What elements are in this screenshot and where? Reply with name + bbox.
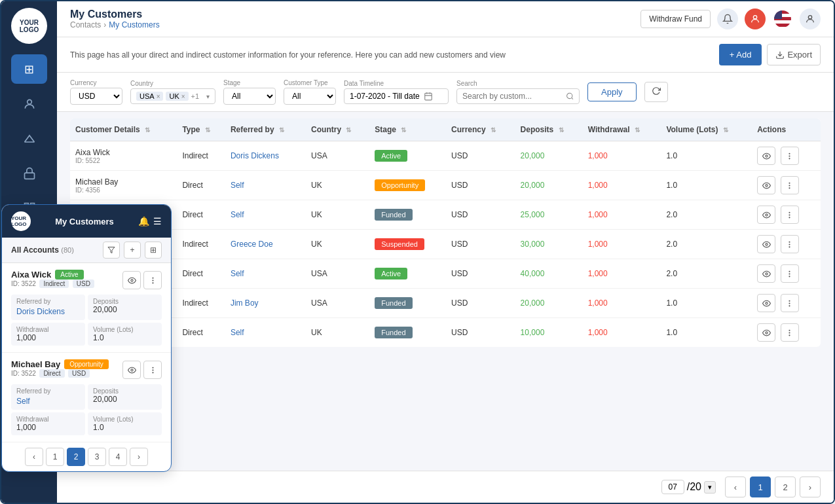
svg-point-33 [789,212,790,213]
currency-select[interactable]: USD [70,88,122,105]
view-action-5[interactable] [757,294,775,312]
mobile-menu-icon[interactable]: ☰ [153,216,162,226]
mobile-card-1-view-button[interactable] [122,271,141,289]
mobile-card-1-volume: Volume (Lots) 1.0 [88,323,162,346]
cell-volume-1: 1.0 [661,171,752,200]
mobile-grid-icon[interactable]: ⊞ [145,242,162,259]
view-action-4[interactable] [757,264,775,283]
referred-link-6[interactable]: Self [231,328,244,337]
view-action-2[interactable] [757,206,775,224]
svg-point-58 [152,367,153,368]
cell-stage-6: Funded [369,318,446,348]
view-action-6[interactable] [757,323,775,342]
next-page-button[interactable]: › [800,477,821,497]
cell-currency-3: USD [446,230,515,259]
withdraw-fund-button[interactable]: Withdraw Fund [640,10,711,28]
mobile-card-1-header: Aixa Wick Active ID: 3522 Indirect USD [11,270,162,291]
page-2-button[interactable]: 2 [775,477,796,497]
country-tag-usa[interactable]: USA × [136,92,163,101]
sidebar-item-security[interactable] [11,158,47,188]
referred-link-3[interactable]: Greece Doe [231,240,273,249]
tag-usa-remove[interactable]: × [157,93,160,100]
mobile-card-2-menu-button[interactable] [143,361,162,379]
view-action-3[interactable] [757,235,775,253]
referred-link-5[interactable]: Jim Boy [231,298,259,308]
mobile-page-2[interactable]: 2 [67,448,85,466]
svg-point-53 [130,279,132,281]
svg-point-47 [789,305,790,306]
cell-volume-0: 1.0 [661,141,752,171]
per-page-input[interactable] [661,480,684,494]
menu-action-6[interactable] [781,323,799,342]
date-value: 1-07-2020 - Till date [350,92,420,101]
menu-action-3[interactable] [781,235,799,253]
mobile-filter-icon[interactable] [103,242,120,259]
cell-deposits-3: 30,000 [515,230,583,259]
cell-currency-1: USD [446,171,515,200]
date-picker[interactable]: 1-07-2020 - Till date [344,88,449,104]
mobile-page-3[interactable]: 3 [88,448,106,466]
withdrawal-value-3: 1,000 [588,240,608,249]
view-action-0[interactable] [757,147,775,165]
mobile-add-icon[interactable]: + [124,242,141,259]
refresh-button[interactable] [644,82,668,102]
country-tags-container[interactable]: USA × UK × +1 ▾ [130,88,215,104]
account-icon[interactable] [800,9,821,29]
menu-action-1[interactable] [781,176,799,194]
add-button[interactable]: + Add [719,44,762,65]
menu-action-0[interactable] [781,147,799,165]
cell-withdrawal-2: 1,000 [583,200,661,230]
apply-button[interactable]: Apply [587,82,637,101]
col-type: Type ⇅ [177,118,225,141]
breadcrumb-contacts[interactable]: Contacts [70,20,101,29]
mobile-card-2-stage-badge: Opportunity [64,359,109,369]
mobile-card-1-name: Aixa Wick [11,270,51,279]
referred-link-2[interactable]: Self [231,210,244,219]
mobile-card-1-menu-button[interactable] [143,271,162,289]
cell-stage-2: Funded [369,200,446,230]
table-row: John Doe Direct Self UK Funded USD 25,00… [70,200,821,230]
cell-actions-3 [752,230,821,259]
mobile-bell-icon[interactable]: 🔔 [138,216,149,226]
mobile-panel-icons: 🔔 ☰ [138,216,162,226]
sidebar-item-users[interactable] [11,89,47,118]
deposit-value-2: 25,000 [521,210,545,219]
referred-link-0[interactable]: Doris Dickens [231,151,279,160]
search-container[interactable] [456,88,580,104]
page-1-button[interactable]: 1 [750,477,771,497]
referred-link-4[interactable]: Self [231,269,244,278]
country-tag-uk[interactable]: UK × [166,92,188,101]
cell-type-5: Indirect [177,289,225,318]
flag-icon[interactable] [772,9,793,29]
deposit-value-6: 10,000 [521,328,545,337]
mobile-card-2-referred-by-link[interactable]: Self [16,397,30,406]
referred-link-1[interactable]: Self [231,181,244,190]
notifications-icon[interactable] [717,9,738,29]
sidebar-item-dashboard[interactable]: ⊞ [11,54,47,84]
mobile-card-2-view-button[interactable] [122,361,141,379]
tag-uk-remove[interactable]: × [181,93,185,100]
mobile-page-1[interactable]: 1 [46,448,64,466]
menu-action-4[interactable] [781,264,799,283]
country-dropdown-icon[interactable]: ▾ [206,93,210,100]
menu-action-2[interactable] [781,206,799,224]
mobile-prev-button[interactable]: ‹ [25,448,43,466]
svg-point-56 [152,282,153,283]
mobile-card-1-referred-by-link[interactable]: Doris Dickens [16,307,65,316]
menu-action-5[interactable] [781,294,799,312]
stage-select[interactable]: All [223,88,276,105]
mobile-page-4[interactable]: 4 [109,448,127,466]
export-button[interactable]: Export [767,44,821,65]
mobile-next-button[interactable]: › [130,448,148,466]
per-page-dropdown[interactable]: ▾ [704,481,716,494]
user-icon[interactable] [745,9,766,29]
prev-page-button[interactable]: ‹ [725,477,746,497]
view-action-1[interactable] [757,176,775,194]
customer-type-select[interactable]: All [284,88,336,105]
mobile-card-2-name: Michael Bay [11,359,60,369]
sidebar-item-marketing[interactable] [11,124,47,153]
country-label: Country [130,80,215,87]
mobile-panel-title: My Customers [55,217,114,226]
search-input[interactable] [462,92,562,101]
cell-actions-2 [752,200,821,230]
